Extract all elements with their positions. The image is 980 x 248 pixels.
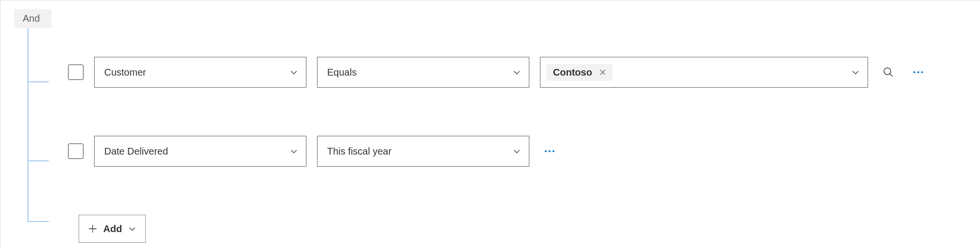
svg-point-3 [921,71,923,73]
filter-row: Customer Equals Contoso [68,57,980,88]
svg-point-4 [545,150,547,152]
filter-builder: And Customer Equals [0,0,980,248]
svg-point-5 [549,150,551,152]
operator-label: This fiscal year [327,146,391,157]
operator-dropdown[interactable]: Equals [317,57,529,88]
svg-point-1 [913,71,915,73]
tree-horizontal-line [28,81,49,82]
chevron-down-icon [851,68,860,77]
value-dropdown[interactable]: Contoso [540,57,868,88]
row-checkbox[interactable] [68,65,83,80]
tree-vertical-line [28,28,28,221]
row-checkbox[interactable] [68,144,83,159]
chevron-down-icon [512,68,521,77]
group-operator-label: And [23,13,40,24]
tree-horizontal-line [28,221,49,222]
chevron-down-icon [290,147,298,156]
value-tag: Contoso [546,64,612,81]
chevron-down-icon [512,147,521,156]
operator-dropdown[interactable]: This fiscal year [317,136,529,167]
field-dropdown[interactable]: Date Delivered [94,136,306,167]
add-button[interactable]: Add [79,215,146,243]
search-icon[interactable] [879,63,898,82]
chevron-down-icon [128,224,137,233]
more-icon[interactable] [540,149,559,153]
field-label: Customer [104,67,146,78]
more-icon[interactable] [909,70,928,74]
add-button-label: Add [103,223,122,235]
group-operator-dropdown[interactable]: And [14,9,52,28]
value-tag-label: Contoso [553,67,592,78]
filter-rows: Customer Equals Contoso [0,28,980,243]
svg-point-6 [552,150,554,152]
field-label: Date Delivered [104,146,168,157]
chevron-down-icon [290,68,298,77]
add-row: Add [68,215,980,243]
filter-row: Date Delivered This fiscal year [68,136,980,167]
operator-label: Equals [327,67,357,78]
field-dropdown[interactable]: Customer [94,57,306,88]
svg-point-2 [917,71,919,73]
tree-horizontal-line [28,160,49,161]
plus-icon [88,224,97,234]
close-icon[interactable] [599,68,607,76]
svg-point-0 [884,68,891,75]
